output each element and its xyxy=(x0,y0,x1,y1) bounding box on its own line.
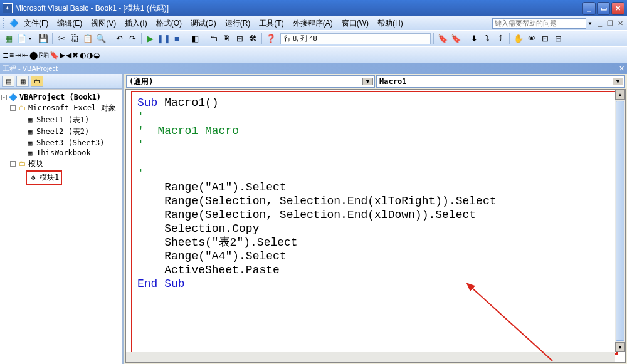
tree-sheet3[interactable]: Sheet3 (Sheet3) xyxy=(36,138,104,147)
uncomment-icon[interactable]: ⎗ xyxy=(44,51,48,60)
project-panel-close-icon[interactable]: ✕ xyxy=(619,65,624,73)
toggle-folders-icon[interactable]: 🗀 xyxy=(31,76,43,87)
list-constants-icon[interactable]: ≡ xyxy=(9,51,14,60)
scroll-down-icon[interactable]: ▼ xyxy=(615,342,625,352)
horizontal-scrollbar[interactable] xyxy=(126,352,615,362)
misc1-icon[interactable]: ◐ xyxy=(80,51,86,60)
bookmark1-icon[interactable]: 🔖 xyxy=(436,33,449,45)
object-dropdown[interactable]: (通用) xyxy=(126,75,375,88)
close-button[interactable]: ✕ xyxy=(611,2,624,15)
quick-watch-icon[interactable]: ⊡ xyxy=(539,33,551,45)
help-search-input[interactable] xyxy=(492,18,586,29)
paste-icon[interactable]: 📋 xyxy=(82,33,94,45)
cut-icon[interactable]: ✂ xyxy=(55,33,68,45)
break-icon[interactable]: ❚❚ xyxy=(157,33,170,45)
call-stack-icon[interactable]: ⊟ xyxy=(552,33,564,45)
bookmark2-icon[interactable]: 🔖 xyxy=(450,33,462,45)
menu-tools[interactable]: 工具(T) xyxy=(255,17,287,30)
edit-toolbar: ≣ ≡ ⇥ ⇤ ⬤ ⎘ ⎗ 🔖 ▶ ◀ ✖ ◐ ◑ ◒ xyxy=(0,46,627,63)
vb-icon: 🔷 xyxy=(9,18,19,28)
design-mode-icon[interactable]: ◧ xyxy=(189,33,201,45)
undo-icon[interactable]: ↶ xyxy=(113,33,125,45)
comment-icon[interactable]: ⎘ xyxy=(39,51,43,60)
app-icon: ✦ xyxy=(3,3,13,13)
menu-run[interactable]: 运行(R) xyxy=(221,17,255,30)
project-tree[interactable]: -🔷VBAProject (Book1) -🗀Microsoft Excel 对… xyxy=(0,89,122,364)
watch-icon[interactable]: 👁 xyxy=(525,33,538,45)
help-dropdown-icon[interactable]: ▼ xyxy=(587,21,593,26)
tree-thisworkbook[interactable]: ThisWorkbook xyxy=(36,148,91,157)
project-explorer: ▤ ▦ 🗀 -🔷VBAProject (Book1) -🗀Microsoft E… xyxy=(0,74,124,364)
menu-window[interactable]: 窗口(W) xyxy=(338,17,372,30)
project-panel-title: 工程 - VBAProject ✕ xyxy=(0,63,627,74)
title-bar: ✦ Microsoft Visual Basic - Book1 - [模块1 … xyxy=(0,0,627,16)
view-code-icon[interactable]: ▤ xyxy=(2,76,14,87)
properties-icon[interactable]: 🖹 xyxy=(220,33,233,45)
misc3-icon[interactable]: ◒ xyxy=(93,51,100,60)
menu-edit[interactable]: 编辑(E) xyxy=(53,17,86,30)
bookmark-clear-icon[interactable]: ✖ xyxy=(72,51,78,60)
object-browser-icon[interactable]: ⊞ xyxy=(233,33,246,45)
bookmark-next-icon[interactable]: ▶ xyxy=(60,51,65,60)
step-into-icon[interactable]: ⬇ xyxy=(468,33,480,45)
menu-format[interactable]: 格式(O) xyxy=(152,17,186,30)
project-toolbar: ▤ ▦ 🗀 xyxy=(0,74,122,89)
misc2-icon[interactable]: ◑ xyxy=(87,51,93,60)
scroll-up-icon[interactable]: ▲ xyxy=(615,90,625,100)
main-area: ▤ ▦ 🗀 -🔷VBAProject (Book1) -🗀Microsoft E… xyxy=(0,74,627,364)
menu-view[interactable]: 视图(V) xyxy=(87,17,120,30)
project-explorer-icon[interactable]: 🗀 xyxy=(207,33,219,45)
find-icon[interactable]: 🔍 xyxy=(95,33,107,45)
cursor-position: 行 8, 列 48 xyxy=(280,33,431,44)
menu-help[interactable]: 帮助(H) xyxy=(374,17,407,30)
menu-insert[interactable]: 插入(I) xyxy=(121,17,150,30)
menu-file[interactable]: 文件(F) xyxy=(20,17,52,30)
project-panel-label: 工程 - VBAProject xyxy=(3,64,58,73)
excel-icon[interactable]: ▦ xyxy=(3,33,15,45)
run-icon[interactable]: ▶ xyxy=(144,33,157,45)
indent-icon[interactable]: ⇥ xyxy=(15,51,21,60)
reset-icon[interactable]: ■ xyxy=(171,33,183,45)
menu-bar: 🔷 文件(F) 编辑(E) 视图(V) 插入(I) 格式(O) 调试(D) 运行… xyxy=(0,16,627,30)
copy-icon[interactable]: ⿻ xyxy=(68,33,81,45)
bookmark-prev-icon[interactable]: ◀ xyxy=(66,51,71,60)
code-dropdowns: (通用) Macro1 xyxy=(124,74,627,88)
procedure-dropdown[interactable]: Macro1 xyxy=(376,75,625,88)
standard-toolbar: ▦ 📄 ▾ 💾 ✂ ⿻ 📋 🔍 ↶ ↷ ▶ ❚❚ ■ ◧ 🗀 🖹 ⊞ 🛠 ❓ 行… xyxy=(0,30,627,46)
menu-debug[interactable]: 调试(D) xyxy=(187,17,220,30)
tree-module1[interactable]: ⚙模块1 xyxy=(26,170,62,185)
help-icon[interactable]: ❓ xyxy=(265,33,277,45)
outdent-icon[interactable]: ⇤ xyxy=(22,51,28,60)
mdi-minimize-button[interactable]: _ xyxy=(596,19,604,28)
toggle-breakpoint-icon[interactable]: ⬤ xyxy=(29,51,38,60)
code-editor-wrapper: Sub Macro1() ' ' Macro1 Macro ' ' Range(… xyxy=(125,89,626,363)
mdi-close-button[interactable]: ✕ xyxy=(616,19,624,28)
maximize-button[interactable]: ▭ xyxy=(597,2,610,15)
mdi-restore-button[interactable]: ❐ xyxy=(606,19,614,28)
tree-folder-modules[interactable]: 模块 xyxy=(28,159,43,169)
code-pane: (通用) Macro1 Sub Macro1() ' ' Macro1 Macr… xyxy=(124,74,627,364)
toolbox-icon[interactable]: 🛠 xyxy=(246,33,259,45)
insert-dropdown-icon[interactable]: 📄 xyxy=(16,33,28,45)
bookmark-toggle-icon[interactable]: 🔖 xyxy=(50,51,59,60)
window-buttons: _ ▭ ✕ xyxy=(582,2,624,15)
step-out-icon[interactable]: ⤴ xyxy=(494,33,507,45)
code-editor[interactable]: Sub Macro1() ' ' Macro1 Macro ' ' Range(… xyxy=(131,91,618,355)
save-icon[interactable]: 💾 xyxy=(37,33,50,45)
grip-icon xyxy=(3,18,6,28)
tree-folder-excel[interactable]: Microsoft Excel 对象 xyxy=(28,103,116,113)
menu-addins[interactable]: 外接程序(A) xyxy=(289,17,337,30)
breakpoint-icon[interactable]: ✋ xyxy=(512,33,525,45)
title-text: Microsoft Visual Basic - Book1 - [模块1 (代… xyxy=(15,3,582,14)
list-properties-icon[interactable]: ≣ xyxy=(3,51,9,60)
scroll-thumb[interactable] xyxy=(616,101,624,341)
tree-root[interactable]: VBAProject (Book1) xyxy=(19,93,101,101)
minimize-button[interactable]: _ xyxy=(582,2,596,15)
tree-sheet2[interactable]: Sheet2 (表2) xyxy=(36,127,89,137)
view-object-icon[interactable]: ▦ xyxy=(16,76,29,87)
step-over-icon[interactable]: ⤵ xyxy=(481,33,493,45)
tree-sheet1[interactable]: Sheet1 (表1) xyxy=(36,115,89,125)
vertical-scrollbar[interactable]: ▲ ▼ xyxy=(615,90,625,352)
redo-icon[interactable]: ↷ xyxy=(126,33,139,45)
